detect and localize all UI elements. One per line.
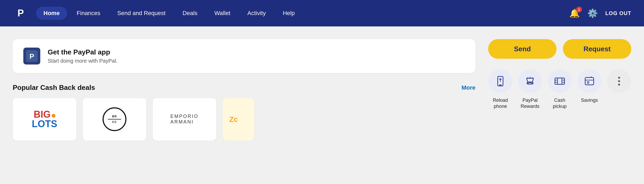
deals-header: Popular Cash Back deals More <box>13 84 475 92</box>
svg-text:Zc: Zc <box>229 115 238 123</box>
right-column: Send Request Reloadphone <box>488 39 631 140</box>
nav-item-send-request[interactable]: Send and Request <box>110 7 173 20</box>
main-content: P Get the PayPal app Start doing more wi… <box>0 26 644 140</box>
svg-rect-12 <box>558 78 562 84</box>
svg-rect-17 <box>585 77 594 85</box>
app-banner[interactable]: P Get the PayPal app Start doing more wi… <box>13 39 475 73</box>
savings-label: Savings <box>581 97 598 103</box>
big-lots-logo: BIG LOTS <box>32 110 57 129</box>
app-banner-icon: P <box>23 48 40 65</box>
quick-action-savings[interactable]: Savings <box>577 69 602 103</box>
quick-action-more[interactable]: More <box>607 69 631 103</box>
app-banner-title: Get the PayPal app <box>48 48 117 56</box>
deals-more-button[interactable]: More <box>461 84 475 91</box>
paypal-rewards-icon <box>518 69 542 93</box>
svg-rect-11 <box>555 78 564 84</box>
nav-item-finances[interactable]: Finances <box>69 7 108 20</box>
navbar: P Home Finances Send and Request Deals W… <box>0 0 644 26</box>
nav-items: Home Finances Send and Request Deals Wal… <box>36 7 569 20</box>
svg-rect-19 <box>587 82 589 83</box>
deal-card-armani[interactable]: EMPORIOARMANI <box>153 98 216 140</box>
deal-card-big-lots[interactable]: BIG LOTS <box>13 98 76 140</box>
nav-item-help[interactable]: Help <box>275 7 302 20</box>
paypal-rewards-label: PayPalRewards <box>521 97 539 110</box>
request-button[interactable]: Request <box>563 39 631 59</box>
notification-badge: 1 <box>576 7 582 12</box>
more-icon <box>607 69 631 93</box>
cash-pickup-label: Cashpickup <box>553 97 567 110</box>
nav-item-activity[interactable]: Activity <box>240 7 273 20</box>
deals-grid: BIG LOTS BRCC EMPORIOARMANI <box>13 98 475 140</box>
left-column: P Get the PayPal app Start doing more wi… <box>13 39 488 140</box>
logout-button[interactable]: LOG OUT <box>605 10 631 16</box>
settings-button[interactable]: ⚙️ <box>587 8 598 18</box>
svg-text:P: P <box>29 52 34 60</box>
quick-actions: Reloadphone PayPalRewards <box>488 69 631 110</box>
deal-card-partial[interactable]: Zc <box>223 98 254 140</box>
reload-phone-icon <box>488 69 512 93</box>
svg-point-21 <box>618 80 620 82</box>
notifications-button[interactable]: 🔔 1 <box>569 8 580 18</box>
quick-action-reload-phone[interactable]: Reloadphone <box>488 69 513 110</box>
cash-pickup-icon <box>548 69 572 93</box>
deals-title: Popular Cash Back deals <box>13 84 95 92</box>
paypal-logo[interactable]: P <box>13 5 29 21</box>
nav-item-wallet[interactable]: Wallet <box>207 7 238 20</box>
armani-logo: EMPORIOARMANI <box>170 114 199 125</box>
quick-action-cash-pickup[interactable]: Cashpickup <box>548 69 572 110</box>
nav-item-deals[interactable]: Deals <box>175 7 205 20</box>
quick-action-paypal-rewards[interactable]: PayPalRewards <box>518 69 542 110</box>
svg-point-22 <box>618 84 620 86</box>
app-banner-text: Get the PayPal app Start doing more with… <box>48 48 117 64</box>
svg-point-20 <box>618 77 620 79</box>
savings-icon <box>577 69 601 93</box>
nav-item-home[interactable]: Home <box>36 7 67 20</box>
svg-text:P: P <box>17 8 24 19</box>
app-banner-subtitle: Start doing more with PayPal. <box>48 58 117 64</box>
reload-phone-label: Reloadphone <box>493 97 508 110</box>
nav-right: 🔔 1 ⚙️ LOG OUT <box>569 8 631 18</box>
svg-rect-6 <box>499 85 502 85</box>
action-buttons: Send Request <box>488 39 631 59</box>
send-button[interactable]: Send <box>488 39 557 59</box>
deal-card-brcc[interactable]: BRCC <box>83 98 146 140</box>
brcc-logo: BRCC <box>103 107 126 131</box>
